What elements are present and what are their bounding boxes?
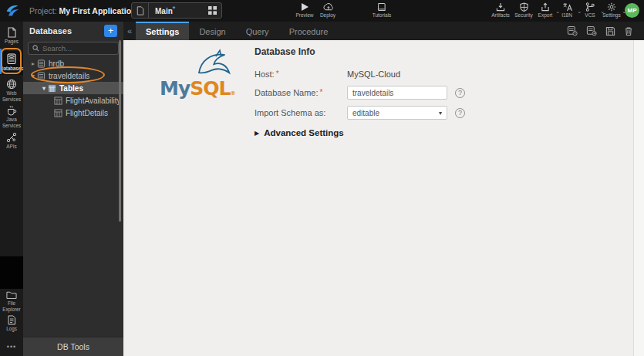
sidebar-item-pages[interactable]: Pages xyxy=(0,27,23,45)
collapse-panel-button[interactable]: « xyxy=(123,22,136,40)
shield-icon xyxy=(520,2,528,12)
caret-down-icon: ▾ xyxy=(439,110,442,117)
preview-button[interactable]: Preview xyxy=(292,2,318,18)
panel-scrollbar[interactable] xyxy=(119,40,121,222)
left-sidebar: Pages Databases WebServices xyxy=(0,22,23,356)
settings-button[interactable]: Settings ⌄ xyxy=(598,2,625,18)
caret-collapsed-icon[interactable]: ▸ xyxy=(29,60,37,67)
mysql-logo: MySQL® xyxy=(156,46,244,102)
tab-procedure[interactable]: Procedure xyxy=(279,22,339,40)
tab-query[interactable]: Query xyxy=(236,22,279,40)
coffee-cup-icon xyxy=(6,105,17,116)
sidebar-item-databases[interactable]: Databases xyxy=(0,51,23,75)
sidebar-item-web-services[interactable]: WebServices xyxy=(0,79,23,103)
cloud-upload-icon xyxy=(322,2,334,12)
sidebar-item-file-explorer[interactable]: FileExplorer xyxy=(0,290,23,313)
caret-expanded-icon[interactable]: ▾ xyxy=(40,85,48,92)
import-schema-select[interactable]: editable ▾ xyxy=(347,106,447,120)
mysql-wordmark: MySQL® xyxy=(160,77,235,100)
tab-settings[interactable]: Settings xyxy=(136,22,189,40)
database-name-label: Database Name:* xyxy=(255,88,347,97)
section-title: Database Info xyxy=(255,46,509,57)
sidebar-item-java-services[interactable]: JavaServices xyxy=(0,105,23,129)
tab-actions xyxy=(567,22,644,40)
panel-title: Databases xyxy=(23,26,104,36)
update-database-icon[interactable] xyxy=(586,25,597,36)
reimport-database-icon[interactable] xyxy=(567,25,578,36)
database-icon xyxy=(37,59,46,68)
deploy-button[interactable]: Deploy xyxy=(315,2,341,18)
search-icon xyxy=(32,45,39,52)
databases-icon xyxy=(6,53,17,65)
tab-design[interactable]: Design xyxy=(189,22,235,40)
delete-icon[interactable] xyxy=(624,26,633,36)
chevron-right-icon: › xyxy=(121,5,124,15)
settings-content: MySQL® Database Info Host:* MySQL-Cloud … xyxy=(123,40,644,356)
user-avatar[interactable]: MP xyxy=(625,3,639,18)
pages-icon xyxy=(7,27,17,38)
sidebar-spacer xyxy=(0,256,23,289)
tree-item-flightavailability[interactable]: FlightAvailability xyxy=(23,94,123,107)
help-icon[interactable]: ? xyxy=(455,108,465,118)
save-icon[interactable] xyxy=(605,26,615,36)
advanced-settings-toggle[interactable]: ▶ Advanced Settings xyxy=(255,128,344,137)
databases-panel: Databases + ▸ hrdb ▾ tr xyxy=(23,22,123,356)
artifacts-button[interactable]: Artifacts xyxy=(487,2,514,18)
project-name: My First Application xyxy=(59,6,137,15)
sidebar-item-apis[interactable]: APIs xyxy=(0,132,23,150)
import-schema-row: Import Schema as: editable ▾ ? xyxy=(255,105,617,120)
book-icon xyxy=(377,2,386,12)
help-icon[interactable]: ? xyxy=(455,88,465,98)
required-mark: * xyxy=(320,88,323,97)
download-tray-icon xyxy=(496,2,505,12)
i18n-button[interactable]: I18N ⌄ xyxy=(554,2,580,18)
api-connector-icon xyxy=(6,132,17,143)
panel-header: Databases + xyxy=(23,22,123,39)
log-file-icon xyxy=(7,315,16,325)
tree-item-tables[interactable]: ▾ Tables xyxy=(23,82,123,94)
page-selector-value: Main* xyxy=(149,5,203,15)
tree-item-hrdb[interactable]: ▸ hrdb xyxy=(23,57,123,70)
database-name-row: Database Name:* ? xyxy=(255,85,617,100)
app-window: Project: My First Application › Main* Pr… xyxy=(0,0,644,356)
content-scrollbar[interactable] xyxy=(633,40,644,356)
project-label: Project: xyxy=(29,6,57,15)
globe-icon xyxy=(6,79,17,90)
active-indicator xyxy=(0,49,2,74)
project-breadcrumb: Project: My First Application xyxy=(29,6,136,15)
sidebar-item-logs[interactable]: Logs xyxy=(0,315,23,332)
tables-folder-icon xyxy=(48,84,56,93)
add-database-button[interactable]: + xyxy=(104,25,117,37)
table-icon xyxy=(54,109,62,117)
select-value: editable xyxy=(352,109,439,117)
host-value: MySQL-Cloud xyxy=(347,70,400,79)
database-tree: ▸ hrdb ▾ traveldetails ▾ Tables xyxy=(23,57,123,119)
tree-item-label: FlightDetails xyxy=(66,109,108,117)
tree-item-flightdetails[interactable]: FlightDetails xyxy=(23,107,123,119)
tree-item-traveldetails[interactable]: ▾ traveldetails xyxy=(23,70,123,82)
tree-item-label: Tables xyxy=(59,84,83,93)
database-name-input[interactable] xyxy=(347,86,447,100)
search-input[interactable] xyxy=(42,44,112,53)
grid-view-icon[interactable] xyxy=(203,6,221,15)
host-row: Host:* MySQL-Cloud xyxy=(255,66,617,82)
panel-search[interactable] xyxy=(28,42,119,55)
unsaved-mark: * xyxy=(173,5,176,12)
tree-item-label: hrdb xyxy=(49,59,64,68)
table-icon xyxy=(54,97,62,105)
tree-item-label: traveldetails xyxy=(49,72,89,80)
database-info-form: Database Info Host:* MySQL-Cloud Databas… xyxy=(255,46,509,57)
caret-expanded-icon[interactable]: ▾ xyxy=(29,73,37,80)
caret-right-icon: ▶ xyxy=(255,130,259,137)
db-tools-button[interactable]: DB Tools xyxy=(23,337,123,356)
page-selector[interactable]: Main* xyxy=(131,2,222,19)
tutorials-button[interactable]: Tutorials xyxy=(369,2,395,18)
wavemaker-logo-icon[interactable] xyxy=(3,2,22,19)
translate-icon xyxy=(562,2,572,12)
more-options-button[interactable]: ••• xyxy=(0,343,23,351)
page-icon xyxy=(132,3,149,18)
editor-tab-bar: « Settings Design Query Procedure xyxy=(123,22,644,40)
host-label: Host:* xyxy=(255,70,347,79)
play-icon xyxy=(300,2,309,12)
git-branch-icon xyxy=(585,2,595,12)
